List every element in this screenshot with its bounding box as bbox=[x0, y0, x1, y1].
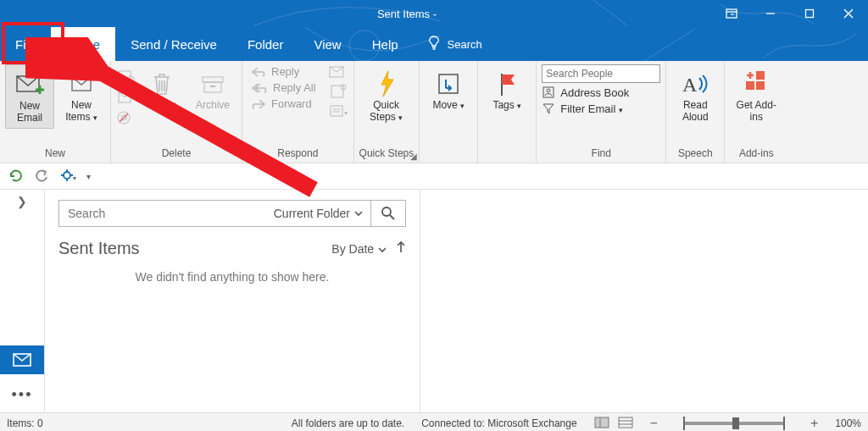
zoom-slider[interactable] bbox=[683, 422, 785, 425]
search-scope-dropdown[interactable]: Current Folder bbox=[267, 201, 371, 226]
mail-module-button[interactable] bbox=[0, 345, 44, 374]
close-button[interactable] bbox=[829, 0, 868, 27]
address-book-icon bbox=[542, 86, 555, 99]
tags-label: Tags ▾ bbox=[492, 100, 521, 112]
main-content: ❯ ••• Current Folder Sent Items By Date bbox=[0, 190, 868, 412]
search-people-input[interactable] bbox=[542, 64, 660, 83]
svg-rect-34 bbox=[746, 81, 754, 90]
new-email-icon bbox=[15, 69, 44, 101]
status-item-count: Items: 0 bbox=[7, 417, 43, 429]
svg-rect-19 bbox=[203, 77, 223, 82]
svg-rect-23 bbox=[331, 86, 343, 97]
svg-rect-35 bbox=[756, 81, 765, 90]
reply-button[interactable]: Reply bbox=[248, 64, 320, 79]
folder-title: Sent Items bbox=[58, 239, 140, 258]
status-sync: All folders are up to date. bbox=[292, 417, 404, 429]
group-label-new: New bbox=[5, 147, 105, 163]
search-icon bbox=[381, 206, 396, 221]
search-submit-button[interactable] bbox=[371, 201, 405, 226]
read-aloud-button[interactable]: A Read Aloud bbox=[671, 64, 719, 127]
move-icon bbox=[436, 68, 461, 100]
ignore-icon[interactable] bbox=[116, 68, 135, 87]
touch-mode-icon[interactable]: ▾ bbox=[59, 168, 76, 185]
tab-home[interactable]: Home bbox=[51, 27, 115, 61]
reply-all-button[interactable]: Reply All bbox=[248, 80, 320, 95]
read-aloud-icon: A bbox=[681, 68, 709, 100]
ribbon-display-options-button[interactable] bbox=[712, 0, 751, 27]
message-list-pane: Current Folder Sent Items By Date We did… bbox=[45, 190, 420, 412]
reading-pane bbox=[420, 190, 868, 412]
quick-steps-button[interactable]: Quick Steps ▾ bbox=[359, 64, 414, 127]
delete-label: Delete bbox=[147, 100, 177, 112]
archive-button[interactable]: Archive bbox=[189, 64, 236, 115]
search-scope-label: Current Folder bbox=[274, 207, 350, 220]
minimize-button[interactable] bbox=[751, 0, 790, 27]
group-label-speech: Speech bbox=[671, 147, 719, 163]
zoom-out-button[interactable]: − bbox=[650, 416, 658, 431]
address-book-button[interactable]: Address Book bbox=[542, 86, 660, 99]
group-label-delete: Delete bbox=[116, 147, 236, 163]
status-zoom: 100% bbox=[835, 417, 861, 429]
view-reading-button[interactable] bbox=[618, 417, 633, 431]
forward-label: Forward bbox=[271, 97, 312, 110]
flag-icon bbox=[496, 68, 518, 100]
nav-more-button[interactable]: ••• bbox=[12, 386, 33, 404]
tags-button[interactable]: Tags ▾ bbox=[483, 64, 531, 115]
new-email-label: New Email bbox=[8, 101, 52, 124]
tab-send-receive[interactable]: Send / Receive bbox=[115, 27, 232, 61]
tab-file[interactable]: File bbox=[0, 27, 51, 61]
ribbon-group-speech: A Read Aloud Speech bbox=[666, 61, 725, 163]
move-button[interactable]: Move ▾ bbox=[425, 64, 472, 115]
title-bar: Sent Items - bbox=[0, 0, 868, 27]
chevron-down-icon bbox=[353, 208, 364, 218]
svg-rect-46 bbox=[619, 417, 632, 428]
filter-email-label: Filter Email ▾ bbox=[560, 102, 623, 115]
svg-text:▾: ▾ bbox=[344, 109, 348, 117]
ribbon-tabs: File Home Send / Receive Folder View Hel… bbox=[0, 27, 868, 61]
svg-line-43 bbox=[390, 215, 394, 219]
tab-help[interactable]: Help bbox=[357, 27, 414, 61]
reply-all-label: Reply All bbox=[273, 81, 316, 94]
svg-rect-44 bbox=[595, 417, 609, 428]
more-respond-icon[interactable]: ▾ bbox=[328, 103, 348, 121]
ribbon-group-respond: Reply Reply All Forward ▾ Respond bbox=[242, 61, 354, 163]
search-bar: Current Folder bbox=[58, 200, 406, 227]
sort-direction-button[interactable] bbox=[396, 240, 406, 257]
customize-qat-icon[interactable]: ▾ bbox=[86, 172, 91, 181]
cleanup-icon[interactable] bbox=[116, 89, 135, 108]
expand-folder-pane-button[interactable]: ❯ bbox=[17, 195, 27, 208]
send-receive-all-icon[interactable] bbox=[8, 168, 24, 185]
search-input[interactable] bbox=[59, 201, 267, 226]
svg-point-42 bbox=[382, 207, 391, 216]
funnel-icon bbox=[542, 102, 555, 115]
archive-label: Archive bbox=[196, 100, 230, 112]
get-addins-button[interactable]: Get Add-ins bbox=[730, 64, 782, 127]
sort-button[interactable]: By Date bbox=[331, 242, 387, 256]
zoom-in-button[interactable]: + bbox=[810, 416, 818, 431]
get-addins-label: Get Add-ins bbox=[732, 100, 781, 124]
group-label-tags bbox=[483, 159, 531, 163]
view-normal-button[interactable] bbox=[594, 417, 609, 431]
new-email-button[interactable]: New Email bbox=[5, 64, 54, 129]
group-label-move bbox=[425, 159, 472, 163]
quicksteps-launcher-icon[interactable]: ◢ bbox=[410, 152, 417, 161]
addins-icon bbox=[743, 68, 770, 100]
ribbon-group-delete: Delete Archive Delete bbox=[111, 61, 242, 163]
junk-icon[interactable] bbox=[116, 110, 135, 130]
status-bar: Items: 0 All folders are up to date. Con… bbox=[0, 412, 868, 431]
new-items-button[interactable]: New Items ▾ bbox=[58, 64, 105, 127]
share-to-teams-icon[interactable] bbox=[328, 84, 348, 102]
tab-folder[interactable]: Folder bbox=[232, 27, 299, 61]
tell-me-icon bbox=[427, 35, 441, 54]
svg-rect-0 bbox=[726, 9, 737, 18]
svg-text:A: A bbox=[682, 74, 698, 96]
tab-view[interactable]: View bbox=[298, 27, 356, 61]
delete-button[interactable]: Delete bbox=[138, 64, 186, 115]
forward-button[interactable]: Forward bbox=[248, 97, 320, 111]
maximize-button[interactable] bbox=[790, 0, 829, 27]
ribbon-group-quicksteps: Quick Steps ▾ Quick Steps ◢ bbox=[354, 61, 420, 163]
undo-icon[interactable] bbox=[34, 168, 49, 185]
meeting-icon[interactable] bbox=[328, 64, 348, 82]
filter-email-button[interactable]: Filter Email ▾ bbox=[542, 102, 660, 115]
tab-search[interactable]: Search bbox=[448, 38, 482, 51]
